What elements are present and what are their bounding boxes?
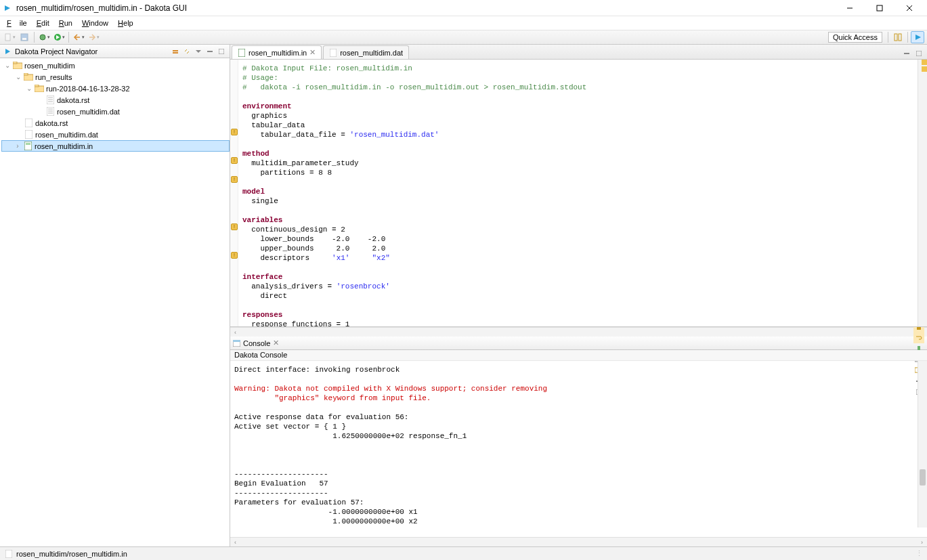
svg-rect-42 <box>904 53 909 54</box>
project-tree[interactable]: ⌄ rosen_multidim ⌄ run_results ⌄ run-201… <box>0 58 230 546</box>
scroll-left-icon[interactable]: ‹ <box>232 329 239 336</box>
tree-file-dakota-rst-inner[interactable]: dakota.rst <box>1 94 230 106</box>
console-horizontal-scrollbar[interactable]: ‹ › <box>230 537 927 546</box>
run-button[interactable]: ▾ <box>52 31 66 43</box>
menu-run[interactable]: Run <box>55 18 77 28</box>
tree-file-dakota-rst[interactable]: dakota.rst <box>1 117 230 129</box>
main-toolbar: ▾ ▾ ▾ ▾ ▾ Quick Access <box>0 30 927 45</box>
navigator-title: Dakota Project Navigator <box>15 47 167 56</box>
svg-rect-39 <box>26 143 30 145</box>
svg-rect-51 <box>918 346 920 350</box>
window-close-button[interactable] <box>894 0 924 16</box>
svg-rect-25 <box>24 73 28 75</box>
debug-button[interactable]: ▾ <box>37 31 51 43</box>
word-wrap-button[interactable] <box>913 332 924 343</box>
warning-marker-icon[interactable]: ! <box>231 176 238 183</box>
file-icon <box>45 107 56 116</box>
menu-window[interactable]: Window <box>78 18 112 28</box>
svg-rect-17 <box>173 50 178 51</box>
menu-help[interactable]: Help <box>114 18 137 28</box>
svg-rect-13 <box>894 34 897 41</box>
svg-marker-15 <box>915 35 921 40</box>
menu-edit[interactable]: Edit <box>33 18 53 28</box>
navigator-header: Dakota Project Navigator <box>0 45 230 58</box>
svg-rect-14 <box>899 34 901 41</box>
expand-toggle-icon[interactable]: ⌄ <box>3 61 12 70</box>
editor-overview-ruler[interactable] <box>918 60 927 326</box>
quick-access-field[interactable]: Quick Access <box>828 32 882 43</box>
file-icon <box>4 549 14 559</box>
svg-rect-36 <box>25 119 33 127</box>
file-icon <box>23 130 34 139</box>
editor-tab-dat[interactable]: rosen_multidim.dat <box>323 45 409 59</box>
console-header: Console ✕ ▾ +▾ <box>230 337 927 350</box>
warning-marker-icon[interactable]: ! <box>231 223 238 230</box>
svg-rect-37 <box>25 130 33 139</box>
console-icon <box>233 340 240 347</box>
svg-rect-7 <box>22 38 26 40</box>
input-file-icon <box>22 142 33 151</box>
menubar: File Edit Run Window Help <box>0 16 927 30</box>
tree-folder-run-results[interactable]: ⌄ run_results <box>1 71 230 83</box>
window-title: rosen_multidim/rosen_multidim.in - Dakot… <box>16 3 835 13</box>
window-minimize-button[interactable] <box>835 0 865 16</box>
open-perspective-button[interactable] <box>891 31 905 43</box>
tree-project-root[interactable]: ⌄ rosen_multidim <box>1 60 230 71</box>
svg-rect-2 <box>877 5 882 11</box>
svg-rect-20 <box>207 51 213 52</box>
svg-rect-58 <box>5 550 12 558</box>
expand-toggle-icon[interactable]: ⌄ <box>24 84 34 93</box>
console-vertical-scrollbar[interactable] <box>918 361 927 527</box>
app-icon <box>3 3 12 13</box>
svg-marker-0 <box>5 5 10 11</box>
editor-tab-in[interactable]: rosen_multidim.in ✕ <box>232 45 322 59</box>
svg-marker-19 <box>196 50 201 53</box>
maximize-view-button[interactable] <box>216 46 227 57</box>
svg-rect-21 <box>219 49 224 54</box>
window-maximize-button[interactable] <box>865 0 894 16</box>
collapse-all-button[interactable] <box>170 46 181 57</box>
tree-file-in-selected[interactable]: › rosen_multidim.in <box>1 140 230 152</box>
nav-back-button[interactable]: ▾ <box>72 31 85 43</box>
new-button[interactable]: ▾ <box>3 31 16 43</box>
view-menu-button[interactable] <box>193 46 204 57</box>
save-button[interactable] <box>18 31 31 43</box>
console-subtitle: Dakota Console <box>230 350 927 361</box>
warning-marker-icon[interactable]: ! <box>231 129 238 135</box>
svg-rect-45 <box>233 340 240 342</box>
editor-horizontal-scrollbar[interactable]: ‹ › <box>230 327 927 337</box>
folder-icon <box>23 72 34 82</box>
close-view-icon[interactable]: ✕ <box>273 339 279 347</box>
warning-marker-icon[interactable]: ! <box>231 157 238 164</box>
tree-folder-run-timestamped[interactable]: ⌄ run-2018-04-16-13-28-32 <box>1 83 230 94</box>
project-navigator-view: Dakota Project Navigator ⌄ rosen_multidi… <box>0 45 230 546</box>
svg-rect-43 <box>916 51 922 56</box>
scroll-right-icon[interactable]: › <box>918 539 926 546</box>
console-output[interactable]: Direct interface: invoking rosenbrock Wa… <box>230 361 927 537</box>
svg-rect-18 <box>173 52 178 53</box>
expand-toggle-icon[interactable]: › <box>13 142 22 151</box>
file-icon <box>45 95 56 105</box>
link-editor-button[interactable] <box>181 46 192 57</box>
code-content[interactable]: # Dakota Input File: rosen_multidim.in #… <box>238 60 918 326</box>
status-bar: rosen_multidim/rosen_multidim.in ⋮ <box>0 546 927 560</box>
tree-file-dat[interactable]: rosen_multidim.dat <box>1 129 230 140</box>
menu-file[interactable]: File <box>3 18 31 28</box>
maximize-editor-button[interactable] <box>913 48 924 59</box>
tree-file-dat-inner[interactable]: rosen_multidim.dat <box>1 106 230 117</box>
svg-rect-23 <box>13 62 17 64</box>
editor-marker-bar: ! ! ! ! ! <box>230 60 238 326</box>
svg-rect-38 <box>24 142 32 150</box>
editor-tabbar: rosen_multidim.in ✕ rosen_multidim.dat <box>230 45 927 60</box>
minimize-editor-button[interactable] <box>901 48 912 59</box>
code-editor[interactable]: ! ! ! ! ! # Dakota Input File: rosen_mul… <box>230 60 927 327</box>
warning-marker-icon[interactable]: ! <box>231 252 238 259</box>
expand-toggle-icon[interactable]: ⌄ <box>14 72 23 82</box>
editor-and-console: rosen_multidim.in ✕ rosen_multidim.dat !… <box>230 45 927 546</box>
svg-rect-41 <box>330 49 337 57</box>
dakota-perspective-button[interactable] <box>911 31 924 43</box>
scroll-left-icon[interactable]: ‹ <box>232 539 239 546</box>
nav-forward-button[interactable]: ▾ <box>87 31 100 43</box>
minimize-view-button[interactable] <box>204 46 215 57</box>
close-tab-icon[interactable]: ✕ <box>309 48 316 57</box>
